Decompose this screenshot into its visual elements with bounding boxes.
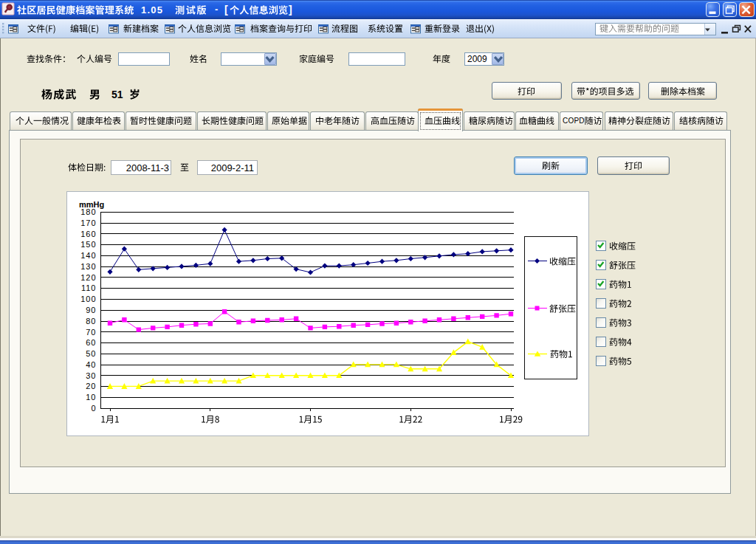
svg-text:51: 51	[111, 89, 123, 100]
